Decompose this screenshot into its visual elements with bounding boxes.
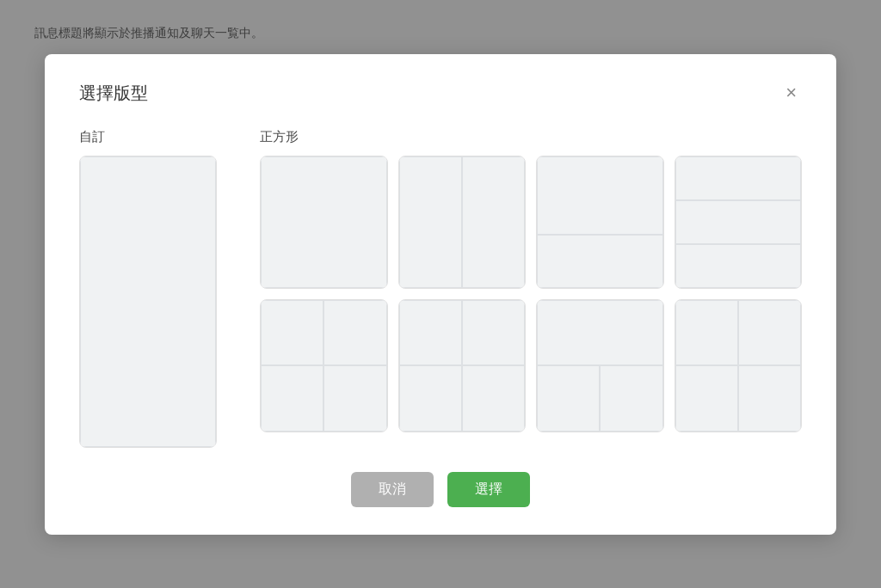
section-square-label: 正方形 <box>260 129 802 145</box>
cancel-button[interactable]: 取消 <box>351 472 434 507</box>
modal-overlay: 選擇版型 × 自訂 正方形 <box>0 0 881 588</box>
layout-card-2col-2row[interactable] <box>398 299 527 432</box>
section-custom-label: 自訂 <box>79 129 243 145</box>
layout-row-2 <box>260 299 802 432</box>
modal: 選擇版型 × 自訂 正方形 <box>45 54 836 535</box>
modal-header: 選擇版型 × <box>79 82 802 105</box>
layout-card-one-big-two-small[interactable] <box>536 156 664 289</box>
close-button[interactable]: × <box>780 82 802 104</box>
layout-card-2x2[interactable] <box>260 299 388 432</box>
layout-card-two-col[interactable] <box>398 156 527 289</box>
layout-card-custom[interactable] <box>79 156 217 448</box>
section-custom: 自訂 <box>79 129 243 448</box>
modal-body: 自訂 正方形 <box>79 129 802 448</box>
layout-row-1 <box>260 156 802 289</box>
layout-card-three-stack[interactable] <box>675 156 803 289</box>
modal-footer: 取消 選擇 <box>79 472 802 507</box>
layout-card-one-top-two-bottom[interactable] <box>536 299 664 432</box>
select-button[interactable]: 選擇 <box>447 472 530 507</box>
layout-card-single[interactable] <box>260 156 388 289</box>
layout-card-four-col[interactable] <box>675 299 803 432</box>
section-square: 正方形 <box>260 129 802 448</box>
modal-title: 選擇版型 <box>79 82 148 105</box>
